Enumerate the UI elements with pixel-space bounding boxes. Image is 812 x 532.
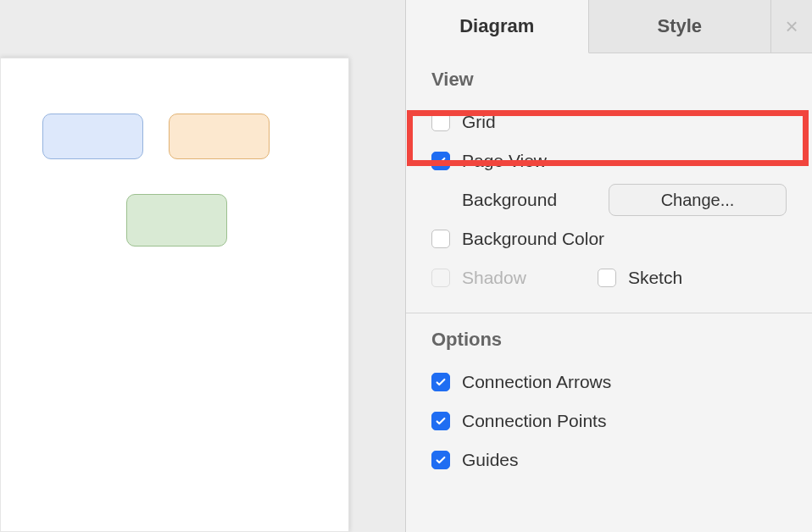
page-view-checkbox[interactable] bbox=[431, 152, 450, 170]
panel-tabs: Diagram Style × bbox=[406, 0, 812, 53]
tab-style[interactable]: Style bbox=[589, 0, 772, 53]
app-root: Diagram Style × View Grid bbox=[0, 0, 812, 532]
canvas-page[interactable] bbox=[0, 58, 349, 532]
canvas-shape-green[interactable] bbox=[126, 194, 227, 247]
background-color-label: Background Color bbox=[462, 229, 604, 249]
shadow-group: Shadow bbox=[431, 268, 526, 288]
page-view-row: Page View bbox=[431, 141, 787, 180]
sketch-checkbox[interactable] bbox=[598, 269, 616, 287]
connection-points-checkbox[interactable] bbox=[431, 412, 450, 430]
options-section-title: Options bbox=[431, 329, 787, 351]
background-color-row: Background Color bbox=[431, 219, 787, 258]
background-row: Background Change... bbox=[431, 180, 787, 219]
canvas-shape-blue[interactable] bbox=[42, 114, 143, 159]
guides-row: Guides bbox=[431, 441, 787, 479]
background-color-checkbox[interactable] bbox=[431, 230, 450, 248]
close-icon: × bbox=[785, 14, 798, 40]
canvas-area[interactable] bbox=[0, 0, 405, 532]
connection-arrows-label: Connection Arrows bbox=[462, 372, 611, 392]
connection-points-label: Connection Points bbox=[462, 411, 606, 431]
grid-label: Grid bbox=[462, 112, 496, 132]
view-section: View Grid Page View Background bbox=[406, 53, 812, 313]
right-panel: Diagram Style × View Grid bbox=[405, 0, 812, 532]
grid-row: Grid bbox=[431, 103, 787, 141]
shadow-checkbox bbox=[431, 269, 450, 287]
shadow-sketch-row: Shadow Sketch bbox=[431, 258, 787, 297]
options-section: Options Connection Arrows Connection Poi… bbox=[406, 313, 812, 495]
sketch-group: Sketch bbox=[598, 268, 682, 288]
canvas-shape-orange[interactable] bbox=[169, 114, 270, 159]
background-label: Background bbox=[462, 190, 557, 210]
panel-close-button[interactable]: × bbox=[771, 0, 812, 53]
connection-arrows-checkbox[interactable] bbox=[431, 373, 450, 391]
guides-label: Guides bbox=[462, 450, 519, 470]
connection-points-row: Connection Points bbox=[431, 402, 787, 441]
guides-checkbox[interactable] bbox=[431, 451, 450, 469]
connection-arrows-row: Connection Arrows bbox=[431, 363, 787, 402]
view-section-title: View bbox=[431, 69, 787, 91]
shadow-label: Shadow bbox=[462, 268, 526, 288]
sketch-label: Sketch bbox=[628, 268, 682, 288]
page-view-label: Page View bbox=[462, 151, 547, 171]
grid-checkbox[interactable] bbox=[431, 113, 450, 131]
panel-body: View Grid Page View Background bbox=[406, 53, 812, 532]
background-change-button[interactable]: Change... bbox=[609, 184, 787, 216]
tab-diagram[interactable]: Diagram bbox=[406, 0, 589, 53]
